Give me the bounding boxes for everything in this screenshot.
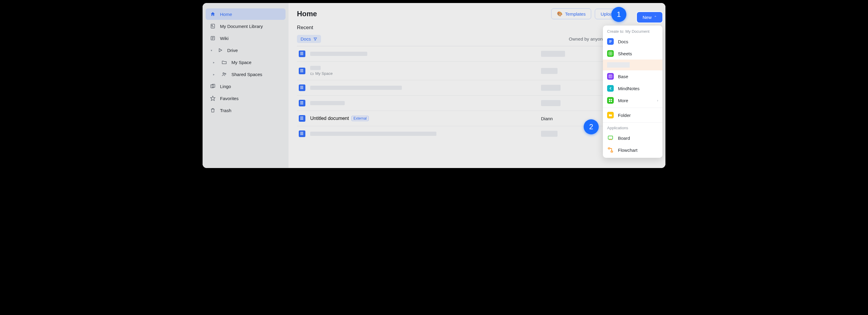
dropdown-label: Base	[618, 74, 628, 79]
redacted-owner	[541, 131, 558, 137]
sidebar-item-myspace[interactable]: ▸ My Space	[206, 57, 285, 68]
caret-right-icon[interactable]: ▸	[212, 73, 215, 76]
dropdown-item-sheets[interactable]: Sheets	[603, 48, 662, 60]
sidebar-label: Lingo	[220, 84, 231, 89]
doc-icon	[299, 51, 305, 57]
svg-rect-12	[609, 99, 610, 100]
dropdown-label: Folder	[618, 113, 631, 118]
folder-icon	[607, 112, 614, 119]
filter-chip-docs[interactable]: Docs	[297, 35, 321, 43]
sidebar-item-wiki[interactable]: Wiki	[206, 32, 285, 44]
sidebar-item-mydoclib[interactable]: My Document Library	[206, 21, 285, 32]
svg-rect-0	[211, 24, 215, 28]
redacted-label	[607, 62, 630, 68]
dropdown-header: Create to: My Document	[603, 27, 662, 35]
new-button[interactable]: New ⌃	[637, 12, 662, 23]
dropdown-item-board[interactable]: Board	[603, 132, 662, 144]
drive-icon	[217, 47, 223, 53]
templates-button[interactable]: 🎨 Templates	[551, 8, 591, 19]
dropdown-section-applications: Applications	[603, 124, 662, 132]
redacted-name	[310, 101, 345, 105]
more-icon	[607, 97, 614, 104]
dropdown-item-more[interactable]: More ›	[603, 94, 662, 106]
sidebar-label: Favorites	[220, 96, 239, 101]
svg-rect-14	[609, 101, 610, 102]
star-icon	[210, 95, 216, 101]
svg-rect-13	[611, 99, 612, 100]
dropdown-label: Docs	[618, 39, 628, 44]
sidebar-item-lingo[interactable]: Lingo	[206, 81, 285, 92]
dropdown-item-redacted[interactable]	[603, 60, 662, 70]
people-icon	[221, 71, 227, 77]
button-label: New	[643, 15, 652, 20]
home-icon	[210, 11, 216, 17]
sidebar-label: My Space	[231, 60, 252, 65]
svg-marker-3	[219, 49, 222, 52]
dropdown-label: Flowchart	[618, 148, 638, 153]
button-label: Templates	[565, 11, 586, 17]
redacted-owner	[541, 68, 558, 74]
svg-rect-15	[611, 101, 612, 102]
sidebar-label: Trash	[220, 108, 231, 113]
new-dropdown: Create to: My Document Docs Sheets Base	[603, 26, 662, 158]
external-badge: External	[351, 116, 369, 121]
svg-rect-18	[611, 151, 613, 152]
sidebar-label: My Document Library	[220, 24, 263, 29]
flowchart-icon	[607, 147, 614, 153]
svg-point-5	[225, 73, 226, 74]
filter-label: Owned by anyone	[569, 36, 605, 41]
sidebar-item-trash[interactable]: Trash	[206, 104, 285, 116]
dropdown-item-folder[interactable]: Folder	[603, 109, 662, 121]
library-icon	[210, 23, 216, 29]
sidebar-label: Drive	[227, 48, 238, 53]
chevron-up-icon: ⌃	[654, 15, 657, 19]
doc-icon	[299, 100, 305, 106]
sidebar-item-drive[interactable]: ▾ Drive	[206, 44, 285, 56]
sidebar-item-favorites[interactable]: Favorites	[206, 93, 285, 104]
sidebar-item-home[interactable]: Home	[206, 8, 285, 20]
caret-right-icon[interactable]: ▸	[212, 61, 215, 64]
svg-rect-11	[609, 75, 612, 78]
trash-icon	[210, 107, 216, 113]
dropdown-label: MindNotes	[618, 86, 640, 91]
mindnotes-icon	[607, 85, 614, 92]
doc-icon	[299, 85, 305, 91]
base-icon	[607, 73, 614, 80]
doc-subpath: My Space	[310, 71, 541, 76]
wiki-icon	[210, 35, 216, 41]
dropdown-item-mindnotes[interactable]: MindNotes	[603, 82, 662, 94]
chevron-right-icon: ›	[657, 99, 658, 102]
svg-marker-8	[211, 96, 215, 101]
doc-icon	[299, 115, 305, 122]
doc-name: Untitled document	[310, 116, 349, 121]
redacted-name	[310, 66, 321, 70]
lingo-icon	[210, 83, 216, 89]
redacted-owner	[541, 100, 561, 106]
dropdown-item-docs[interactable]: Docs	[603, 35, 662, 48]
dropdown-label: Board	[618, 135, 630, 141]
sheets-icon	[607, 50, 614, 57]
redacted-name	[310, 86, 402, 90]
redacted-name	[310, 132, 436, 136]
callout-badge-2: 2	[584, 119, 599, 134]
sidebar-label: Wiki	[220, 36, 228, 41]
doc-icon	[299, 68, 305, 74]
redacted-owner	[541, 51, 565, 57]
dropdown-item-flowchart[interactable]: Flowchart	[603, 144, 662, 156]
sidebar-label: Home	[220, 12, 232, 17]
redacted-name	[310, 52, 367, 56]
board-icon	[607, 135, 614, 141]
dropdown-label: Sheets	[618, 51, 632, 56]
dropdown-item-base[interactable]: Base	[603, 70, 662, 82]
docs-icon	[607, 38, 614, 45]
caret-down-icon[interactable]: ▾	[210, 49, 213, 52]
svg-point-1	[212, 25, 213, 26]
svg-rect-16	[608, 136, 613, 139]
sidebar-item-sharedspaces[interactable]: ▸ Shared Spaces	[206, 68, 285, 80]
filter-icon	[313, 37, 317, 41]
templates-icon: 🎨	[557, 11, 563, 17]
doc-icon	[299, 130, 305, 137]
dropdown-label: More	[618, 98, 653, 103]
page-title: Home	[297, 10, 317, 18]
sidebar-label: Shared Spaces	[231, 72, 262, 77]
